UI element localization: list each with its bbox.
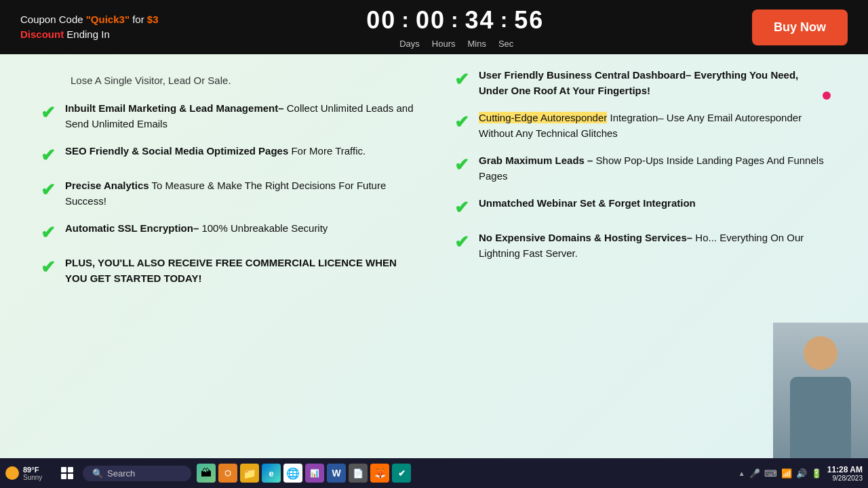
mic-icon[interactable]: 🎤 <box>749 468 760 479</box>
feature-webinar: ✔ Unmatched Webinar Set & Forget Integra… <box>454 196 827 218</box>
clock-time: 11:28 AM <box>827 465 863 474</box>
avatar-body <box>790 377 851 458</box>
feature-text-leads: Grab Maximum Leads – Show Pop-Ups Inside… <box>479 153 827 184</box>
right-column: ✔ User Friendly Business Central Dashboa… <box>454 68 827 445</box>
windows-start-button[interactable] <box>56 464 79 482</box>
buy-now-button[interactable]: Buy Now <box>752 9 848 45</box>
ending-text: Ending In <box>64 28 110 40</box>
taskbar-purple-app-icon[interactable]: 📊 <box>305 464 324 483</box>
hours-label: Hours <box>432 39 456 49</box>
feature-autoresponder: ✔ Cutting-Edge Autoresponder Integration… <box>454 110 827 141</box>
partial-top-text: Lose A Single Visitor, Lead Or Sale. <box>41 75 414 86</box>
main-content: Lose A Single Visitor, Lead Or Sale. ✔ I… <box>0 54 868 458</box>
taskbar-firefox-icon[interactable]: 🦊 <box>370 464 389 483</box>
clock-date: 9/28/2023 <box>827 474 863 482</box>
taskbar-word-icon[interactable]: W <box>327 464 346 483</box>
weather-temp: 89°F <box>23 466 42 474</box>
check-icon-leads: ✔ <box>454 155 469 176</box>
weather-widget: 89°F Sunny <box>5 466 53 481</box>
pink-dot-decoration <box>823 92 831 100</box>
feature-text-commercial: PLUS, YOU'LL ALSO RECEIVE FREE COMMERCIA… <box>65 256 414 286</box>
search-bar[interactable]: 🔍 Search <box>83 466 191 481</box>
check-icon-ssl: ✔ <box>41 222 56 243</box>
weather-sun-icon <box>5 466 19 480</box>
mins-label: Mins <box>467 39 486 49</box>
timer-mins: 34 <box>465 6 495 35</box>
check-icon-domains: ✔ <box>454 232 469 253</box>
feature-commercial: ✔ PLUS, YOU'LL ALSO RECEIVE FREE COMMERC… <box>41 256 414 286</box>
keyboard-icon[interactable]: ⌨ <box>764 468 777 479</box>
tray-expand-icon[interactable]: ▲ <box>738 470 745 477</box>
feature-text-domains: No Expensive Domains & Hosting Services–… <box>479 230 827 261</box>
feature-text-email: Inbuilt Email Marketing & Lead Managemen… <box>65 101 414 131</box>
taskbar-chrome-icon[interactable]: 🌐 <box>283 464 302 483</box>
taskbar-right: ▲ 🎤 ⌨ 📶 🔊 🔋 11:28 AM 9/28/2023 <box>738 465 863 482</box>
colon1: : <box>401 7 410 33</box>
feature-text-webinar: Unmatched Webinar Set & Forget Integrati… <box>479 196 696 211</box>
taskbar-folder-icon[interactable]: 📁 <box>240 464 259 483</box>
check-icon-autoresponder: ✔ <box>454 112 469 133</box>
feature-dashboard: ✔ User Friendly Business Central Dashboa… <box>454 68 827 98</box>
top-bar: Coupon Code "Quick3" for $3 Discount End… <box>0 0 868 54</box>
battery-icon[interactable]: 🔋 <box>811 468 822 479</box>
feature-text-dashboard: User Friendly Business Central Dashboard… <box>479 68 827 98</box>
highlighted-autoresponder: Cutting-Edge Autoresponder <box>479 112 607 123</box>
left-column: Lose A Single Visitor, Lead Or Sale. ✔ I… <box>41 68 414 445</box>
feature-text-ssl: Automatic SSL Encryption– 100% Unbreakab… <box>65 221 328 237</box>
avatar-overlay <box>773 323 868 458</box>
timer-days: 00 <box>366 6 396 35</box>
coupon-label: Coupon Code <box>20 14 86 25</box>
taskbar-edge-icon[interactable]: e <box>262 464 281 483</box>
feature-domains: ✔ No Expensive Domains & Hosting Service… <box>454 230 827 261</box>
taskbar: 89°F Sunny 🔍 Search 🏔 ⬡ 📁 e 🌐 📊 W 📄 🦊 ✔ … <box>0 458 868 488</box>
secs-label: Sec <box>498 39 513 49</box>
system-tray: ▲ 🎤 ⌨ 📶 🔊 🔋 <box>738 468 822 479</box>
avatar-head <box>804 336 837 370</box>
check-icon-webinar: ✔ <box>454 197 469 218</box>
taskbar-app-icons: 🏔 ⬡ 📁 e 🌐 📊 W 📄 🦊 ✔ <box>197 464 411 483</box>
landscape-app-icon[interactable]: 🏔 <box>197 464 216 483</box>
coupon-code: "Quick3" <box>86 14 130 25</box>
check-icon-dashboard: ✔ <box>454 69 469 90</box>
weather-condition: Sunny <box>23 474 42 481</box>
search-label: Search <box>107 468 135 479</box>
taskbar-teal-app-icon[interactable]: ✔ <box>392 464 411 483</box>
countdown: 00 : 00 : 34 : 56 Days Hours Mins Sec <box>366 6 544 49</box>
taskbar-docs-icon[interactable]: 📄 <box>349 464 368 483</box>
volume-icon[interactable]: 🔊 <box>796 468 807 479</box>
weather-info: 89°F Sunny <box>23 466 42 481</box>
feature-text-autoresponder: Cutting-Edge Autoresponder Integration– … <box>479 110 827 141</box>
windows-logo-icon <box>61 467 73 479</box>
feature-analytics: ✔ Precise Analytics To Measure & Make Th… <box>41 178 414 209</box>
check-icon-seo: ✔ <box>41 145 56 166</box>
for-text: for <box>130 14 147 25</box>
wifi-icon[interactable]: 📶 <box>781 468 792 479</box>
colon2: : <box>451 7 460 33</box>
clock[interactable]: 11:28 AM 9/28/2023 <box>827 465 863 482</box>
feature-leads: ✔ Grab Maximum Leads – Show Pop-Ups Insi… <box>454 153 827 184</box>
check-icon-analytics: ✔ <box>41 180 56 201</box>
check-icon-email: ✔ <box>41 102 56 123</box>
feature-email-marketing: ✔ Inbuilt Email Marketing & Lead Managem… <box>41 101 414 131</box>
discount-label: Discount <box>20 28 64 40</box>
feature-seo: ✔ SEO Friendly & Social Media Optimized … <box>41 144 414 166</box>
feature-text-analytics: Precise Analytics To Measure & Make The … <box>65 178 414 209</box>
feature-ssl: ✔ Automatic SSL Encryption– 100% Unbreak… <box>41 221 414 243</box>
avatar-figure <box>773 323 868 458</box>
timer-hours: 00 <box>416 6 446 35</box>
days-label: Days <box>399 39 420 49</box>
search-icon: 🔍 <box>92 468 103 479</box>
check-icon-commercial: ✔ <box>41 257 56 278</box>
colon3: : <box>500 7 509 33</box>
timer-secs: 56 <box>514 6 544 35</box>
taskbar-orange-app-icon[interactable]: ⬡ <box>218 464 237 483</box>
discount-amount: $3 <box>147 14 159 25</box>
feature-text-seo: SEO Friendly & Social Media Optimized Pa… <box>65 144 366 159</box>
coupon-section: Coupon Code "Quick3" for $3 Discount End… <box>20 12 159 43</box>
